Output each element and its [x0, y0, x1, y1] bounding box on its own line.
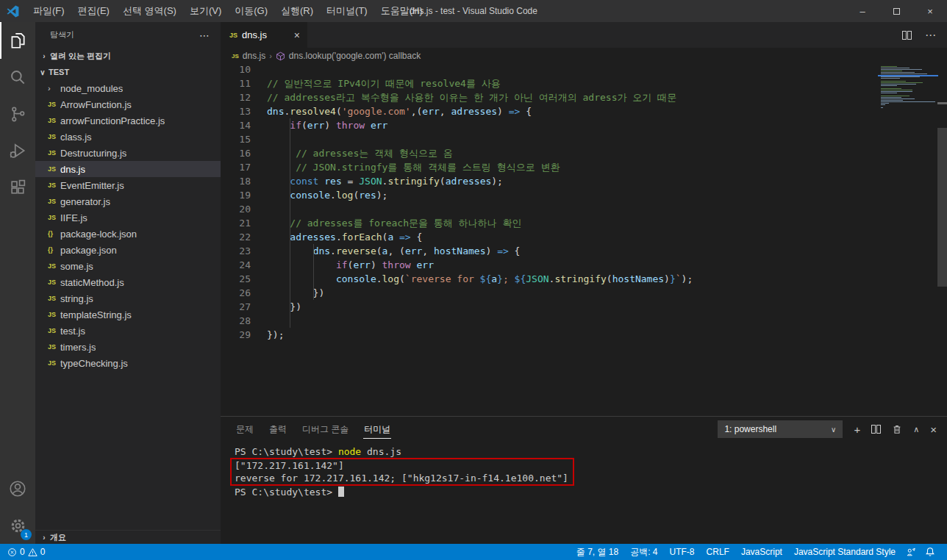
menu-item[interactable]: 파일(F)	[26, 0, 71, 22]
file-item-staticMethod.js[interactable]: JSstaticMethod.js	[35, 274, 221, 290]
maximize-panel-icon[interactable]: ∧	[913, 425, 919, 434]
close-window-button[interactable]: ×	[913, 0, 947, 22]
maximize-button[interactable]	[879, 0, 913, 22]
code-line-10[interactable]: 10	[221, 64, 947, 76]
code-line-23[interactable]: 23 dns.reverse(a, (err, hostNames) => {	[221, 244, 947, 258]
activity-account[interactable]	[0, 470, 35, 507]
chevron-right-icon: ›	[38, 534, 50, 542]
code-line-24[interactable]: 24 if(err) throw err	[221, 258, 947, 272]
code-line-21[interactable]: 21 // adresses를 foreach문을 통해 하나하나 확인	[221, 216, 947, 230]
code-line-29[interactable]: 29});	[221, 328, 947, 342]
status-item[interactable]: JavaScript Standard Style	[788, 547, 901, 557]
terminal-line: PS C:\study\test> node dns.js	[235, 445, 947, 458]
explorer-sidebar: 탐색기 ⋯ › 열려 있는 편집기 ∨ TEST ›node_modulesJS…	[35, 22, 221, 544]
file-item-node_modules[interactable]: ›node_modules	[35, 80, 221, 96]
split-editor-icon[interactable]	[902, 31, 912, 40]
feedback-smiley-icon[interactable]	[901, 547, 921, 557]
folder-icon: ›	[48, 84, 60, 93]
panel-tab-출력[interactable]: 출력	[268, 420, 287, 438]
status-item[interactable]: CRLF	[701, 547, 735, 557]
notifications-bell-icon[interactable]	[921, 547, 940, 557]
annotation-red-box: ["172.217.161.142"]reverse for 172.217.1…	[230, 458, 574, 486]
code-line-22[interactable]: 22 adresses.forEach(a => {	[221, 230, 947, 244]
file-item-IIFE.js[interactable]: JSIIFE.js	[35, 209, 221, 226]
code-line-14[interactable]: 14 if(err) throw err	[221, 118, 947, 132]
code-line-28[interactable]: 28	[221, 314, 947, 328]
file-item-timers.js[interactable]: JStimers.js	[35, 339, 221, 355]
menu-item[interactable]: 선택 영역(S)	[116, 0, 183, 22]
code-line-16[interactable]: 16 // adresses는 객체 형식으로 옴	[221, 146, 947, 160]
code-line-12[interactable]: 12// addresses라고 복수형을 사용한 이유는 한 개가 아닌 여러…	[221, 90, 947, 104]
code-line-13[interactable]: 13dns.resolve4('google.com',(err, adress…	[221, 104, 947, 118]
panel-tab-터미널[interactable]: 터미널	[363, 420, 391, 439]
js-icon: JS	[48, 101, 60, 108]
code-line-27[interactable]: 27 })	[221, 300, 947, 314]
activity-run-debug[interactable]	[0, 132, 35, 169]
code-line-11[interactable]: 11// 일반적으로 IPv4이기 때문에 resolve4를 사용	[221, 76, 947, 90]
menu-item[interactable]: 편집(E)	[71, 0, 116, 22]
status-item[interactable]: UTF-8	[664, 547, 701, 557]
activity-explorer[interactable]	[0, 22, 35, 59]
file-item-typeChecking.js[interactable]: JStypeChecking.js	[35, 355, 221, 371]
section-root-folder[interactable]: ∨ TEST	[35, 64, 221, 80]
code-line-20[interactable]: 20	[221, 202, 947, 216]
file-item-dns.js[interactable]: JSdns.js	[35, 161, 221, 177]
file-item-Destructuring.js[interactable]: JSDestructuring.js	[35, 145, 221, 161]
file-item-ArrowFunction.js[interactable]: JSArrowFunction.js	[35, 96, 221, 112]
status-right-items: 줄 7, 열 18공백: 4UTF-8CRLFJavaScriptJavaScr…	[571, 546, 901, 559]
activity-source-control[interactable]	[0, 96, 35, 132]
sidebar-title: 탐색기	[50, 29, 74, 40]
file-item-string.js[interactable]: JSstring.js	[35, 290, 221, 306]
close-panel-icon[interactable]: ×	[930, 423, 937, 436]
activity-extensions[interactable]	[0, 169, 35, 206]
file-item-arrowFunctionPractice.js[interactable]: JSarrowFunctionPractice.js	[35, 112, 221, 129]
overview-ruler-marker	[937, 102, 947, 104]
section-outline[interactable]: › 개요	[35, 530, 221, 544]
js-icon: JS	[48, 343, 60, 351]
menu-item[interactable]: 실행(R)	[274, 0, 320, 22]
symbol-cube-icon	[276, 51, 285, 61]
close-tab-icon[interactable]: ×	[294, 29, 300, 41]
file-item-test.js[interactable]: JStest.js	[35, 323, 221, 339]
kill-terminal-icon[interactable]	[892, 424, 902, 434]
file-item-package.json[interactable]: {}package.json	[35, 242, 221, 258]
code-line-26[interactable]: 26 })	[221, 286, 947, 300]
split-terminal-icon[interactable]	[871, 425, 881, 434]
menu-item[interactable]: 보기(V)	[183, 0, 228, 22]
panel-tab-디버그 콘솔[interactable]: 디버그 콘솔	[301, 420, 349, 438]
file-item-class.js[interactable]: JSclass.js	[35, 129, 221, 145]
file-item-templateString.js[interactable]: JStemplateString.js	[35, 306, 221, 323]
panel-tab-문제[interactable]: 문제	[235, 420, 254, 438]
status-item[interactable]: 공백: 4	[624, 546, 663, 559]
menu-item[interactable]: 터미널(T)	[320, 0, 374, 22]
activity-settings[interactable]: 1	[0, 507, 35, 544]
file-item-generator.js[interactable]: JSgenerator.js	[35, 193, 221, 209]
code-line-17[interactable]: 17 // JSON.stringfy를 통해 객체를 스트링 형식으로 변환	[221, 160, 947, 174]
editor-group: JS dns.js × ⋯ JS dns.js › dns.lookup('go…	[221, 22, 947, 544]
sidebar-more-actions-icon[interactable]: ⋯	[199, 29, 210, 41]
status-item[interactable]: 줄 7, 열 18	[571, 546, 624, 559]
activity-search[interactable]	[0, 59, 35, 96]
breadcrumb[interactable]: JS dns.js › dns.lookup('google.com') cal…	[221, 48, 947, 64]
editor-more-actions-icon[interactable]: ⋯	[925, 29, 937, 42]
file-item-package-lock.json[interactable]: {}package-lock.json	[35, 226, 221, 242]
code-line-25[interactable]: 25 console.log(`reverse for ${a}; ${JSON…	[221, 272, 947, 286]
section-open-editors[interactable]: › 열려 있는 편집기	[35, 48, 221, 64]
minimize-button[interactable]: –	[846, 0, 879, 22]
new-terminal-icon[interactable]: +	[854, 423, 860, 436]
file-item-EventEmitter.js[interactable]: JSEventEmitter.js	[35, 177, 221, 193]
code-line-19[interactable]: 19 console.log(res);	[221, 188, 947, 202]
js-icon: JS	[48, 327, 60, 334]
terminal[interactable]: PS C:\study\test> node dns.js["172.217.1…	[221, 442, 947, 544]
terminal-shell-select[interactable]: 1: powershell ∨	[718, 420, 843, 438]
minimap[interactable]	[881, 66, 937, 109]
status-item[interactable]: JavaScript	[735, 547, 788, 557]
code-line-15[interactable]: 15	[221, 132, 947, 146]
code-line-18[interactable]: 18 const res = JSON.stringify(adresses);	[221, 174, 947, 188]
file-item-some.js[interactable]: JSsome.js	[35, 258, 221, 274]
menu-item[interactable]: 이동(G)	[228, 0, 274, 22]
code-editor[interactable]: 1011// 일반적으로 IPv4이기 때문에 resolve4를 사용12//…	[221, 64, 947, 416]
problems-status[interactable]: 0 0	[7, 547, 45, 557]
tab-dns-js[interactable]: JS dns.js ×	[221, 22, 307, 48]
editor-scrollbar[interactable]	[937, 128, 947, 287]
